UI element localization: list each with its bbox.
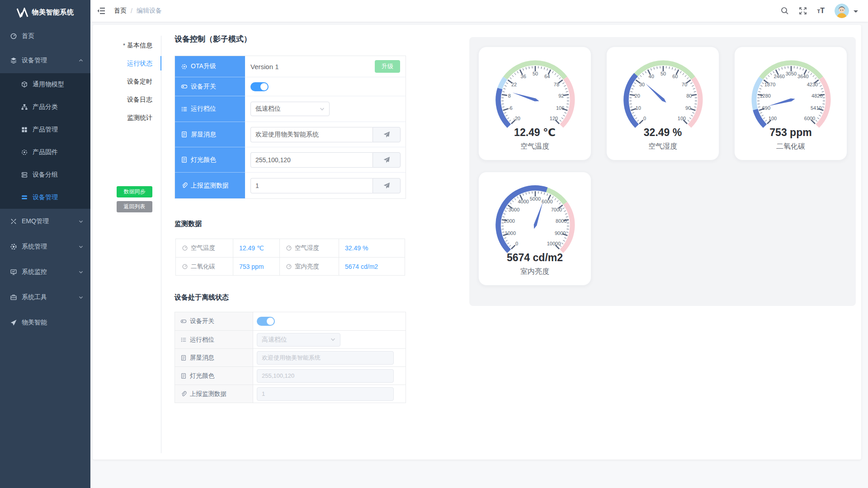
avatar[interactable] bbox=[835, 4, 849, 18]
offline-run-gear-select: 高速档位 bbox=[257, 333, 340, 347]
chevron-down-icon bbox=[79, 219, 83, 224]
svg-text:78: 78 bbox=[554, 82, 559, 87]
sidebar-item-emq[interactable]: EMQ管理 bbox=[0, 209, 90, 234]
offline-row-report: 上报监测数据 bbox=[175, 385, 406, 403]
light-color-input[interactable] bbox=[250, 152, 373, 168]
chip-icon bbox=[21, 149, 28, 156]
control-label-text: 灯光颜色 bbox=[191, 156, 216, 164]
gear-icon bbox=[10, 243, 17, 250]
svg-text:5000: 5000 bbox=[530, 196, 541, 202]
tab-list: *基本信息 运行状态 设备定时 设备日志 监测统计 bbox=[93, 36, 161, 127]
sidebar-item-device-mgmt[interactable]: 设备管理 bbox=[0, 47, 90, 73]
gauge-card-co2: 1006901280187024603050364042304820541060… bbox=[734, 47, 847, 160]
gauges-panel: -20-68223650647892106120 12.49 ℃ 空气温度 01… bbox=[469, 37, 856, 306]
document-icon bbox=[181, 131, 188, 138]
light-color-group bbox=[250, 152, 401, 168]
svg-text:92: 92 bbox=[558, 93, 564, 99]
svg-text:50: 50 bbox=[533, 71, 538, 76]
send-plane-icon bbox=[383, 156, 390, 164]
sidebar-item-product-category[interactable]: 产品分类 bbox=[0, 96, 90, 118]
sidebar-item-system-tools[interactable]: 系统工具 bbox=[0, 285, 90, 310]
tab-running-status[interactable]: 运行状态 bbox=[93, 54, 161, 72]
svg-text:4000: 4000 bbox=[518, 199, 528, 204]
monitor-label-text: 室内亮度 bbox=[295, 263, 319, 271]
grid-icon bbox=[21, 126, 28, 133]
run-gear-select[interactable]: 低速档位 bbox=[250, 102, 330, 116]
tabs-divider bbox=[161, 36, 161, 453]
monitor-label-text: 二氧化碳 bbox=[191, 263, 215, 271]
sidebar-fold-icon[interactable] bbox=[97, 6, 106, 15]
app-title: 物美智能系统 bbox=[32, 8, 74, 17]
data-sync-button[interactable]: 数据同步 bbox=[117, 186, 152, 197]
sidebar-item-label: 产品管理 bbox=[33, 126, 58, 134]
gauge-name: 二氧化碳 bbox=[735, 142, 847, 151]
document-icon bbox=[180, 355, 187, 361]
send-screen-message-button[interactable] bbox=[373, 127, 401, 142]
offline-value-screen-msg bbox=[253, 349, 406, 366]
screen-message-input[interactable] bbox=[250, 127, 373, 142]
sidebar-item-wumei-smart[interactable]: 物美智能 bbox=[0, 310, 90, 335]
caret-down-icon[interactable] bbox=[854, 10, 858, 15]
gauge-chart-brightness: 0100020003000400050006000700080009000100… bbox=[479, 172, 592, 256]
sidebar-item-product-mgmt[interactable]: 产品管理 bbox=[0, 118, 90, 141]
tab-label: 设备定时 bbox=[127, 78, 152, 85]
svg-text:1870: 1870 bbox=[764, 82, 775, 87]
sidebar-item-thing-model[interactable]: 通用物模型 bbox=[0, 73, 90, 96]
tab-basic-info[interactable]: *基本信息 bbox=[93, 36, 161, 54]
gauge-icon bbox=[286, 263, 292, 270]
gauge-name: 空气温度 bbox=[479, 142, 591, 151]
sidebar-item-device-group[interactable]: 设备分组 bbox=[0, 164, 90, 186]
control-value-report bbox=[245, 173, 406, 198]
offline-row-light-color: 灯光颜色 bbox=[175, 366, 406, 385]
offline-row-switch: 设备开关 bbox=[175, 312, 406, 330]
sidebar-item-label: 系统监控 bbox=[22, 268, 47, 276]
send-light-color-button[interactable] bbox=[373, 152, 401, 168]
offline-device-switch-toggle bbox=[257, 317, 275, 326]
sidebar-item-system-monitor[interactable]: 系统监控 bbox=[0, 259, 90, 285]
tab-monitor-stats[interactable]: 监测统计 bbox=[93, 108, 161, 127]
control-label-gear: 运行档位 bbox=[175, 96, 245, 122]
monitor-value-co2: 753 ppm bbox=[233, 258, 280, 275]
breadcrumb-separator: / bbox=[131, 7, 132, 14]
font-size-icon[interactable]: TT bbox=[817, 7, 825, 15]
sidebar-item-system-mgmt[interactable]: 系统管理 bbox=[0, 234, 90, 259]
layers-icon bbox=[10, 57, 17, 64]
svg-text:2460: 2460 bbox=[774, 74, 784, 79]
sidebar-item-label: 首页 bbox=[22, 32, 34, 40]
document-icon bbox=[181, 156, 188, 163]
chevron-down-icon bbox=[79, 270, 83, 274]
send-plane-icon bbox=[383, 182, 390, 189]
select-value: 高速档位 bbox=[262, 336, 287, 344]
sidebar-item-product-firmware[interactable]: 产品固件 bbox=[0, 141, 90, 164]
back-to-list-button[interactable]: 返回列表 bbox=[117, 201, 152, 212]
control-label-switch: 设备开关 bbox=[175, 77, 245, 96]
search-icon[interactable] bbox=[781, 7, 789, 15]
tab-label: 运行状态 bbox=[127, 60, 152, 67]
breadcrumb-home[interactable]: 首页 bbox=[114, 7, 127, 15]
control-row-report: 上报监测数据 bbox=[175, 173, 406, 198]
sidebar-item-device-mgmt-sub[interactable]: 设备管理 bbox=[0, 186, 90, 209]
list-icon bbox=[181, 106, 188, 113]
required-mark: * bbox=[123, 42, 125, 49]
upgrade-button[interactable]: 升级 bbox=[375, 60, 400, 73]
svg-text:0: 0 bbox=[515, 241, 518, 246]
app-root: 物美智能系统 首页 设备管理 通用物模型 产品分类 产品管理 bbox=[0, 0, 868, 488]
monitor-data-table: 空气温度 12.49 ℃ 空气湿度 32.49 % 二氧化碳 bbox=[175, 239, 405, 276]
offline-section-title: 设备处于离线状态 bbox=[175, 293, 229, 302]
chevron-down-icon bbox=[330, 337, 335, 342]
control-value-ota: Version 1 升级 bbox=[245, 56, 406, 77]
report-data-input[interactable] bbox=[250, 178, 373, 193]
device-switch-toggle[interactable] bbox=[250, 82, 269, 91]
control-label-ota: OTA升级 bbox=[175, 56, 245, 77]
tab-device-timer[interactable]: 设备定时 bbox=[93, 72, 161, 90]
chevron-down-icon bbox=[320, 107, 325, 112]
svg-text:106: 106 bbox=[556, 105, 564, 111]
control-row-switch: 设备开关 bbox=[175, 77, 406, 96]
svg-text:5410: 5410 bbox=[811, 105, 821, 111]
gauge-icon bbox=[286, 245, 292, 251]
svg-text:120: 120 bbox=[550, 116, 558, 121]
send-report-data-button[interactable] bbox=[373, 178, 401, 193]
fullscreen-icon[interactable] bbox=[799, 7, 807, 15]
sidebar-item-home[interactable]: 首页 bbox=[0, 25, 90, 47]
tab-device-log[interactable]: 设备日志 bbox=[93, 90, 161, 108]
